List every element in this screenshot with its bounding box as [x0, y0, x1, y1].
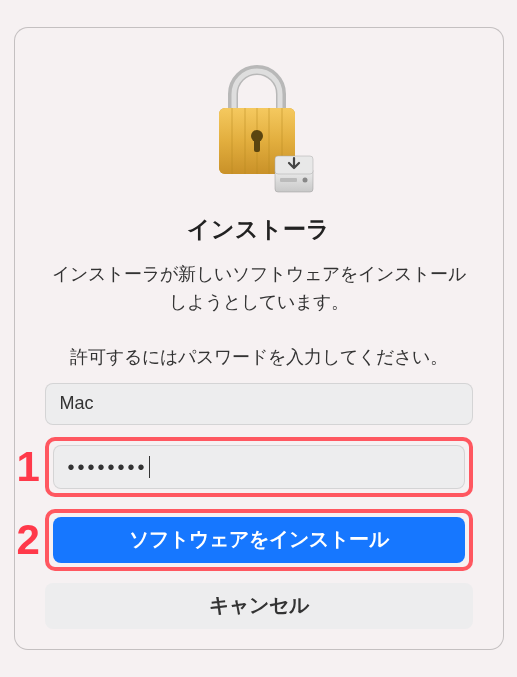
install-button[interactable]: ソフトウェアをインストール	[53, 517, 465, 563]
password-highlight: 1 ••••••••	[45, 437, 473, 497]
svg-rect-8	[254, 138, 260, 152]
svg-point-11	[302, 178, 307, 183]
lock-installer-icon	[199, 56, 319, 196]
username-field-wrap	[45, 383, 473, 425]
install-highlight: 2 ソフトウェアをインストール	[45, 509, 473, 571]
dialog-instruction: 許可するにはパスワードを入力してください。	[45, 345, 473, 369]
text-cursor	[149, 456, 150, 478]
dialog-icon-wrap	[45, 56, 473, 196]
password-mask: ••••••••	[68, 457, 148, 477]
cancel-button[interactable]: キャンセル	[45, 583, 473, 629]
auth-dialog: インストーラ インストーラが新しいソフトウェアをインストールしようとしています。…	[14, 27, 504, 650]
dialog-title: インストーラ	[45, 214, 473, 245]
annotation-1: 1	[17, 446, 40, 488]
annotation-2: 2	[17, 519, 40, 561]
dialog-subtitle: インストーラが新しいソフトウェアをインストールしようとしています。	[45, 261, 473, 317]
svg-rect-12	[280, 178, 297, 182]
cancel-row: キャンセル	[45, 583, 473, 629]
username-input[interactable]	[45, 383, 473, 425]
password-input[interactable]: ••••••••	[53, 445, 465, 489]
